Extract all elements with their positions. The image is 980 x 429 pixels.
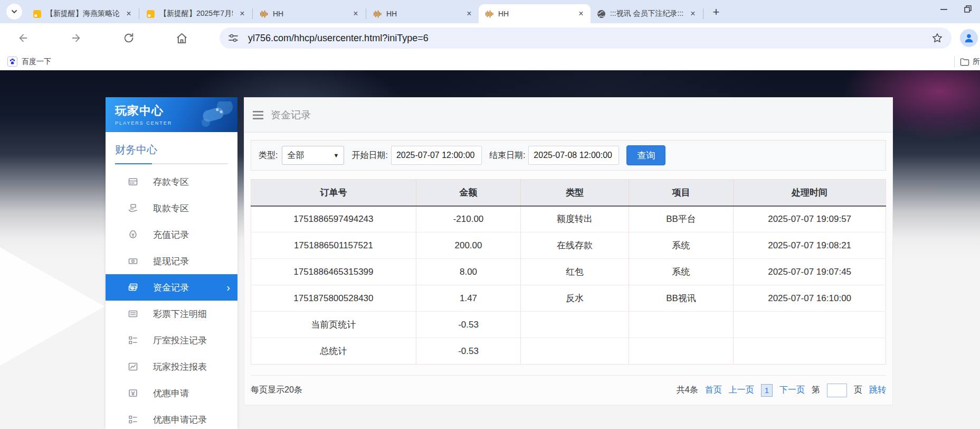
panel-header: 资金记录 (244, 98, 892, 133)
message-icon (146, 10, 155, 18)
site-settings-icon[interactable] (228, 33, 239, 43)
end-date-label: 结束日期: (489, 150, 525, 161)
tab-close-icon[interactable]: × (464, 8, 474, 19)
sidebar-item-1[interactable]: 存款专区 (106, 169, 237, 195)
jump-link[interactable]: 跳转 (869, 385, 886, 396)
hamburger-icon[interactable] (253, 111, 263, 119)
chevron-down-icon (11, 8, 17, 15)
table-cell: 200.00 (416, 232, 520, 259)
promo-record-icon (128, 414, 138, 425)
per-page-label: 每页显示20条 (251, 385, 302, 396)
back-button[interactable] (13, 27, 34, 49)
tab-divider (252, 8, 253, 19)
tab-close-icon[interactable]: × (688, 8, 698, 19)
end-date-input[interactable] (528, 146, 619, 165)
browser-tab[interactable]: 【新提醒】海燕策略论坛综× (26, 4, 138, 23)
table-cell: 在线存款 (521, 232, 629, 259)
table-cell: 1751886597494243 (251, 206, 416, 232)
type-label: 类型: (259, 150, 278, 161)
sidebar-item-8[interactable]: 玩家投注报表 (106, 353, 237, 380)
table-cell (521, 338, 629, 365)
sidebar-item-label: 存款专区 (153, 176, 189, 188)
search-button[interactable]: 查询 (626, 145, 665, 165)
browser-tab[interactable]: :::视讯 会员下注纪录:::× (591, 4, 702, 23)
recharge-icon (128, 229, 138, 240)
waveform-icon (260, 10, 269, 18)
sidebar-item-10[interactable]: 优惠申请记录 (106, 406, 237, 429)
hall-bet-icon (128, 335, 138, 346)
table-header-row: 订单号金额类型项目处理时间 (251, 180, 886, 206)
tab-close-icon[interactable]: × (576, 8, 586, 19)
tab-title: 【新提醒】2025年7月5日 (159, 9, 233, 18)
prev-page-link[interactable]: 上一页 (729, 385, 754, 396)
sidebar-item-label: 优惠申请记录 (153, 414, 207, 426)
report-icon (128, 361, 138, 372)
new-tab-button[interactable]: + (708, 4, 724, 20)
gamepad-icon (195, 101, 234, 129)
sidebar-item-label: 提现记录 (153, 255, 189, 267)
bookmark-baidu[interactable]: 百度一下 (7, 57, 51, 67)
all-bookmarks-folder[interactable]: 所 (960, 57, 980, 67)
sidebar-item-7[interactable]: 厅室投注记录 (106, 327, 237, 353)
url-text[interactable]: yl756.com/hhcp/usercenter.html?iniType=6 (248, 33, 429, 44)
table-cell: BB视讯 (629, 285, 733, 312)
filter-bar: 类型: 全部 ▼ 开始日期: 结束日期: 查询 (251, 140, 886, 171)
profile-avatar[interactable] (960, 29, 978, 47)
sidebar-item-4[interactable]: 提现记录 (106, 248, 237, 274)
home-button[interactable] (171, 27, 192, 49)
reload-button[interactable] (118, 27, 139, 49)
player-center-sidebar: 玩家中心 PLAYERS CENTER 财务中心 存款专区取款专区充值记录提现记… (106, 97, 237, 429)
sidebar-item-label: 优惠申请 (153, 387, 189, 399)
tab-close-icon[interactable]: × (350, 8, 361, 19)
browser-tab[interactable]: HH× (367, 4, 479, 23)
bookmark-star-icon[interactable] (931, 32, 943, 44)
table-cell: 1.47 (416, 285, 520, 312)
forward-button[interactable] (65, 27, 87, 49)
select-chevron-icon: ▼ (334, 152, 339, 158)
table-cell (629, 312, 733, 338)
minimize-button[interactable] (931, 0, 956, 18)
tab-divider (366, 8, 366, 19)
page-title: 资金记录 (271, 108, 311, 122)
browser-tab[interactable]: HH× (479, 4, 591, 23)
type-select[interactable]: 全部 ▼ (282, 146, 344, 165)
current-page-badge[interactable]: 1 (761, 384, 773, 397)
table-cell: 系统 (629, 232, 733, 259)
browser-tab[interactable]: HH× (253, 4, 365, 23)
first-page-link[interactable]: 首页 (705, 385, 722, 396)
start-date-input[interactable] (391, 146, 482, 165)
table-cell: -0.53 (416, 338, 520, 365)
sidebar-item-label: 玩家投注报表 (153, 361, 207, 373)
lottery-detail-icon (128, 309, 138, 319)
next-page-link[interactable]: 下一页 (779, 385, 805, 396)
baidu-paw-icon (7, 57, 17, 67)
column-header: 类型 (521, 180, 629, 206)
jump-page-input[interactable] (827, 384, 847, 397)
withdraw-icon (128, 203, 138, 213)
omnibox[interactable]: yl756.com/hhcp/usercenter.html?iniType=6 (220, 27, 952, 49)
tab-close-icon[interactable]: × (123, 8, 134, 19)
browser-tab[interactable]: 【新提醒】2025年7月5日× (140, 4, 252, 23)
pagination-controls: 共4条 首页 上一页 1 下一页 第 页 跳转 (677, 384, 886, 397)
sidebar-item-6[interactable]: 彩票下注明细 (106, 301, 237, 327)
sidebar-item-3[interactable]: 充值记录 (106, 221, 237, 248)
table-cell (521, 312, 629, 338)
sidebar-menu: 存款专区取款专区充值记录提现记录资金记录›彩票下注明细厅室投注记录玩家投注报表优… (106, 169, 237, 429)
promo-icon (128, 388, 138, 398)
message-icon (33, 10, 42, 18)
tab-title: 【新提醒】海燕策略论坛综 (46, 9, 119, 18)
restore-button[interactable] (956, 0, 980, 18)
sidebar-item-9[interactable]: 优惠申请 (106, 380, 237, 406)
sidebar-item-5[interactable]: 资金记录› (106, 274, 237, 301)
funds-table: 订单号金额类型项目处理时间 1751886597494243-210.00额度转… (251, 179, 886, 365)
sidebar-item-label: 厅室投注记录 (153, 334, 207, 347)
sidebar-section-title: 财务中心 (106, 132, 237, 157)
tab-close-icon[interactable]: × (237, 8, 248, 19)
deposit-icon (128, 176, 138, 187)
tab-search-button[interactable] (6, 4, 22, 20)
tabs-container: 【新提醒】海燕策略论坛综×【新提醒】2025年7月5日×HH×HH×HH×:::… (26, 0, 704, 23)
table-cell: 2025-07-07 19:09:57 (734, 206, 886, 232)
page-suffix-label: 页 (854, 385, 862, 396)
sidebar-item-2[interactable]: 取款专区 (106, 195, 237, 221)
table-cell: 1751875800528430 (251, 285, 416, 312)
